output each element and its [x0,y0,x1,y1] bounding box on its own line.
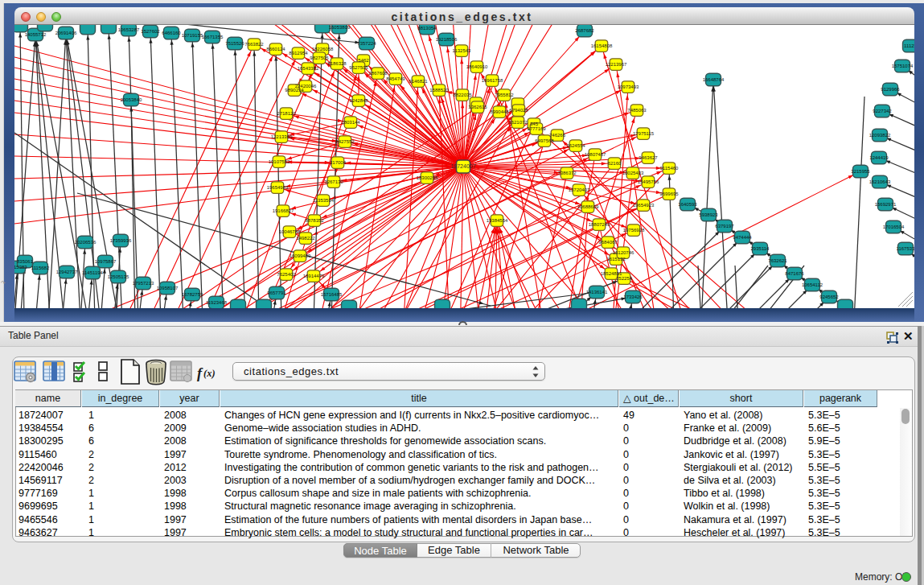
svg-text:17957213: 17957213 [133,281,154,286]
svg-text:835061: 835061 [17,259,34,264]
svg-text:8878352: 8878352 [305,218,324,223]
svg-text:11923468: 11923468 [206,300,228,305]
svg-text:2687682: 2687682 [575,28,594,33]
svg-text:1640593: 1640593 [678,202,697,207]
svg-text:9474444: 9474444 [733,235,752,240]
svg-text:9129966: 9129966 [881,87,900,92]
svg-text:16099489: 16099489 [290,253,311,258]
svg-text:10958107: 10958107 [157,286,179,290]
svg-text:8186328: 8186328 [327,61,347,66]
svg-text:9463627: 9463627 [639,155,658,160]
svg-text:12093822: 12093822 [869,133,891,138]
svg-text:1132543: 1132543 [453,48,472,53]
svg-text:5938923: 5938923 [699,212,718,217]
svg-text:9699695: 9699695 [659,192,679,196]
svg-text:10025433: 10025433 [622,171,644,175]
svg-text:17016504: 17016504 [883,225,905,229]
svg-text:17359936: 17359936 [110,238,132,243]
svg-text:1498222: 1498222 [296,236,315,241]
svg-text:8454749: 8454749 [386,76,405,81]
svg-text:8990448: 8990448 [490,109,509,114]
svg-text:1733426: 1733426 [623,295,643,299]
svg-text:9242848: 9242848 [349,98,368,103]
svg-text:6794028: 6794028 [509,108,528,113]
svg-text:8813054: 8813054 [417,26,437,31]
svg-text:12505135: 12505135 [108,274,129,279]
svg-text:10688609: 10688609 [577,204,599,209]
svg-text:(x): (x) [203,368,216,379]
svg-text:18226058: 18226058 [312,47,334,51]
svg-text:62160: 62160 [608,161,622,166]
svg-text:f: f [197,365,203,381]
svg-text:18807249: 18807249 [589,222,610,227]
svg-text:19654983: 19654983 [267,185,289,190]
svg-text:14055712: 14055712 [25,32,47,37]
svg-text:7663822: 7663822 [244,42,264,47]
svg-text:19218506: 19218506 [436,37,458,42]
svg-text:9115460: 9115460 [660,166,680,171]
svg-text:8427552: 8427552 [335,139,355,144]
svg-text:10719155: 10719155 [182,33,203,38]
svg-text:9245652: 9245652 [819,295,839,299]
svg-text:2718120: 2718120 [277,111,296,116]
svg-text:7625402: 7625402 [277,272,296,277]
svg-text:16154808: 16154808 [591,43,613,48]
svg-text:16053809: 16053809 [329,25,351,30]
svg-text:6466160: 6466160 [162,31,181,35]
svg-text:10046788: 10046788 [279,229,301,234]
svg-text:10653287: 10653287 [118,27,140,32]
svg-text:18640910: 18640910 [466,64,488,69]
svg-text:16648764: 16648764 [703,77,725,82]
svg-text:3267130: 3267130 [324,179,343,184]
svg-text:16782759: 16782759 [182,292,203,297]
svg-text:8660124: 8660124 [266,47,285,51]
svg-text:10975867: 10975867 [95,259,117,264]
svg-text:6497568: 6497568 [535,138,554,143]
svg-text:15716485: 15716485 [321,292,343,297]
svg-text:6379197: 6379197 [715,224,734,229]
svg-text:20053840: 20053840 [121,97,142,102]
svg-text:15692971: 15692971 [875,202,897,207]
svg-text:5462: 5462 [358,58,369,63]
svg-text:7386372: 7386372 [557,171,577,175]
svg-text:7632621: 7632621 [768,258,787,263]
svg-text:9827505: 9827505 [310,56,329,60]
svg-text:20206536: 20206536 [75,240,97,245]
svg-text:16543382: 16543382 [298,66,319,71]
svg-text:18724007: 18724007 [450,163,475,169]
svg-text:2867608: 2867608 [368,71,388,76]
svg-text:11353594: 11353594 [313,198,335,203]
svg-text:17975115: 17975115 [633,131,655,136]
svg-text:9657791: 9657791 [267,290,286,295]
svg-text:10807487: 10807487 [585,152,606,157]
svg-text:9777169: 9777169 [527,126,546,131]
svg-text:16671355: 16671355 [202,35,224,39]
svg-text:19384554: 19384554 [487,218,508,223]
svg-text:8822035: 8822035 [453,93,472,97]
svg-text:14136141: 14136141 [586,290,608,295]
svg-text:10973493: 10973493 [618,84,639,89]
svg-text:7955812: 7955812 [495,93,514,97]
svg-text:746266: 746266 [549,133,566,138]
svg-text:12213967: 12213967 [606,62,627,67]
svg-text:10107552: 10107552 [269,159,290,164]
svg-text:1362615: 1362615 [468,105,487,109]
svg-text:1621072: 1621072 [508,120,528,125]
svg-text:3915383: 3915383 [14,265,27,270]
svg-text:11451194: 11451194 [82,270,103,275]
svg-text:12942737: 12942737 [56,270,78,274]
svg-text:8471676: 8471676 [785,271,804,276]
svg-text:1527602: 1527602 [141,29,160,34]
svg-text:1588520: 1588520 [429,88,449,93]
svg-text:15720407: 15720407 [569,187,590,192]
svg-text:11123: 11123 [904,43,914,48]
svg-text:9527505: 9527505 [349,65,368,70]
svg-text:10654112: 10654112 [802,282,823,287]
svg-text:16210643: 16210643 [869,179,891,184]
svg-text:2803144: 2803144 [341,120,360,125]
svg-text:7357224: 7357224 [357,41,376,46]
svg-text:19166827: 19166827 [273,208,294,213]
svg-text:217004: 217004 [330,160,347,165]
svg-text:15495756: 15495756 [638,179,659,184]
svg-text:16961758: 16961758 [482,78,503,83]
